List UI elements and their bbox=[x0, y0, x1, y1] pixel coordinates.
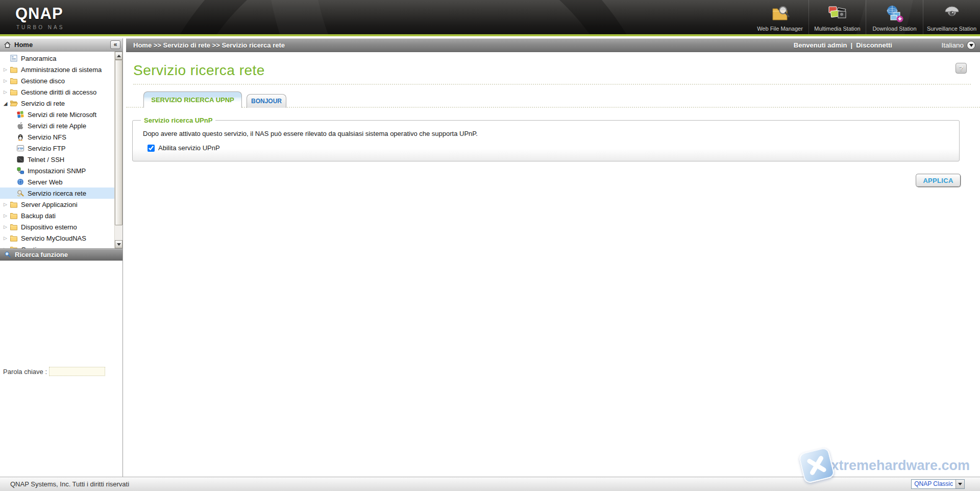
tree-item[interactable]: Servizio ricerca rete bbox=[0, 188, 114, 199]
surveillance-station-icon bbox=[941, 4, 963, 25]
tree-arrow-icon[interactable]: ▷ bbox=[2, 224, 9, 229]
tree-item[interactable]: Servizi di rete Microsoft bbox=[0, 109, 114, 120]
sidebar-header: Home « bbox=[0, 38, 122, 52]
upnp-description: Dopo avere attivato questo servizio, il … bbox=[143, 130, 959, 137]
copyright-text: QNAP Systems, Inc. Tutti i diritti riser… bbox=[10, 477, 980, 491]
function-search-header: Ricerca funzione bbox=[0, 248, 122, 261]
upnp-checkbox-label: Abilita servizio UPnP bbox=[158, 144, 220, 152]
tree-arrow-icon[interactable]: ◢ bbox=[2, 101, 9, 106]
tree-item-label: Backup dati bbox=[21, 212, 56, 220]
terminal-icon bbox=[16, 155, 24, 163]
tree-item-label: Servizio ricerca rete bbox=[28, 190, 86, 197]
nav-tree: Panoramica ▷ Amministrazione di sistema … bbox=[0, 53, 114, 248]
user-separator: | bbox=[851, 41, 853, 49]
ftp-icon: FTP bbox=[16, 144, 24, 152]
tree-item[interactable]: Telnet / SSH bbox=[0, 154, 114, 165]
theme-select-value: QNAP Classic bbox=[912, 480, 955, 488]
sidebar-title: Home bbox=[14, 41, 110, 49]
tree-arrow-icon[interactable]: ▷ bbox=[2, 202, 9, 207]
tree-item-label: Gestione disco bbox=[21, 77, 65, 85]
help-button[interactable]: ? bbox=[955, 63, 967, 74]
tree-item[interactable]: Panoramica bbox=[0, 53, 114, 64]
tree-scrollbar[interactable] bbox=[114, 52, 122, 248]
station-surveillance-station[interactable]: Surveillance Station bbox=[923, 0, 980, 34]
tree-item-label: Servizio di rete bbox=[21, 100, 65, 107]
folder-icon bbox=[10, 77, 18, 85]
tree-item[interactable]: Impostazioni SNMP bbox=[0, 165, 114, 176]
dropdown-arrow-icon[interactable] bbox=[955, 480, 964, 488]
tree-item[interactable]: ◢ Servizio di rete bbox=[0, 98, 114, 109]
tree-arrow-icon[interactable]: ▷ bbox=[2, 213, 9, 218]
welcome-text: Benvenuti admin bbox=[794, 41, 847, 49]
language-label: Italiano bbox=[941, 41, 964, 49]
tab-strip: SERVIZIO RICERCA UPNP BONJOUR bbox=[126, 91, 980, 108]
qnap-logo: QNAP TURBO NAS bbox=[15, 5, 64, 30]
tree-item-label: Servizi di rete Microsoft bbox=[28, 111, 96, 119]
folder-icon bbox=[10, 234, 18, 242]
tree-item[interactable]: ▷ Gestione diritti di accesso bbox=[0, 86, 114, 98]
tree-item[interactable]: Servizi di rete Apple bbox=[0, 120, 114, 131]
chevron-down-icon[interactable] bbox=[967, 41, 975, 50]
download-station-icon bbox=[884, 4, 905, 25]
tree-item[interactable]: ▷ Server Applicazioni bbox=[0, 199, 114, 210]
tree-item[interactable]: ▷ Gestione bbox=[0, 244, 114, 248]
tree-item-label: Panoramica bbox=[21, 55, 56, 62]
tree-item-label: Server Web bbox=[28, 178, 62, 186]
tree-item[interactable]: Servizio NFS bbox=[0, 131, 114, 143]
home-icon bbox=[4, 41, 11, 49]
tree-item[interactable]: FTP Servizio FTP bbox=[0, 143, 114, 154]
theme-select[interactable]: QNAP Classic bbox=[911, 479, 965, 489]
tree-arrow-icon[interactable]: ▷ bbox=[2, 67, 9, 72]
breadcrumb: Home >> Servizio di rete >> Servizio ric… bbox=[133, 41, 285, 49]
footer: QNAP Systems, Inc. Tutti i diritti riser… bbox=[0, 477, 980, 491]
scroll-down-button[interactable] bbox=[115, 240, 122, 248]
tree-item-label: Servizi di rete Apple bbox=[28, 122, 86, 130]
tree-item[interactable]: ▷ Backup dati bbox=[0, 210, 114, 221]
overview-icon bbox=[10, 54, 18, 62]
globe-icon bbox=[16, 178, 24, 186]
tree-item-label: Dispositivo esterno bbox=[21, 223, 77, 231]
tab-bonjour[interactable]: BONJOUR bbox=[247, 94, 286, 108]
triangle-down-icon bbox=[117, 243, 121, 248]
snmp-icon bbox=[16, 167, 24, 175]
upnp-checkbox-row: Abilita servizio UPnP bbox=[148, 144, 959, 152]
language-selector[interactable]: Italiano bbox=[941, 38, 975, 52]
function-search-body: Parola chiave : bbox=[0, 261, 122, 477]
folder-icon bbox=[10, 65, 18, 74]
apply-button[interactable]: APPLICA bbox=[916, 174, 961, 187]
tree-item[interactable]: ▷ Servizio MyCloudNAS bbox=[0, 232, 114, 244]
tree-item[interactable]: ▷ Amministrazione di sistema bbox=[0, 64, 114, 75]
station-web-file-manager[interactable]: Web File Manager bbox=[751, 0, 808, 34]
tree-arrow-icon[interactable]: ▷ bbox=[2, 247, 9, 248]
upnp-checkbox[interactable] bbox=[148, 145, 155, 152]
folder-icon bbox=[10, 212, 18, 220]
tree-item-label: Server Applicazioni bbox=[21, 201, 78, 208]
scroll-up-button[interactable] bbox=[115, 52, 122, 60]
search-icon bbox=[4, 251, 11, 258]
tree-arrow-icon[interactable]: ▷ bbox=[2, 236, 9, 241]
page-title: Servizio ricerca rete bbox=[133, 62, 980, 79]
function-search-title: Ricerca funzione bbox=[15, 251, 68, 259]
station-download-station[interactable]: Download Station bbox=[866, 0, 923, 34]
keyword-label: Parola chiave : bbox=[3, 368, 47, 376]
logout-link[interactable]: Disconnetti bbox=[856, 41, 892, 49]
folder-icon bbox=[10, 88, 18, 96]
triangle-up-icon bbox=[117, 53, 121, 57]
multimedia-station-icon bbox=[827, 4, 848, 25]
folder-open-icon bbox=[10, 99, 18, 107]
tree-item[interactable]: ▷ Gestione disco bbox=[0, 75, 114, 86]
keyword-input[interactable] bbox=[49, 367, 105, 376]
tree-arrow-icon[interactable]: ▷ bbox=[2, 78, 9, 83]
tab-servizio-ricerca-upnp[interactable]: SERVIZIO RICERCA UPNP bbox=[143, 91, 242, 108]
station-multimedia-station[interactable]: Multimedia Station bbox=[808, 0, 866, 34]
tree-item[interactable]: ▷ Dispositivo esterno bbox=[0, 221, 114, 232]
sidebar-collapse-button[interactable]: « bbox=[110, 40, 120, 49]
scrollbar-thumb[interactable] bbox=[115, 60, 122, 225]
breadcrumb-bar: Home >> Servizio di rete >> Servizio ric… bbox=[126, 38, 980, 52]
tree-item-label: Telnet / SSH bbox=[28, 156, 64, 163]
qnap-logo-text: QNAP bbox=[15, 5, 64, 23]
tree-item-label: Servizio FTP bbox=[28, 145, 65, 152]
tree-item[interactable]: Server Web bbox=[0, 176, 114, 188]
nav-tree-panel: Panoramica ▷ Amministrazione di sistema … bbox=[0, 52, 122, 248]
tree-arrow-icon[interactable]: ▷ bbox=[2, 89, 9, 95]
